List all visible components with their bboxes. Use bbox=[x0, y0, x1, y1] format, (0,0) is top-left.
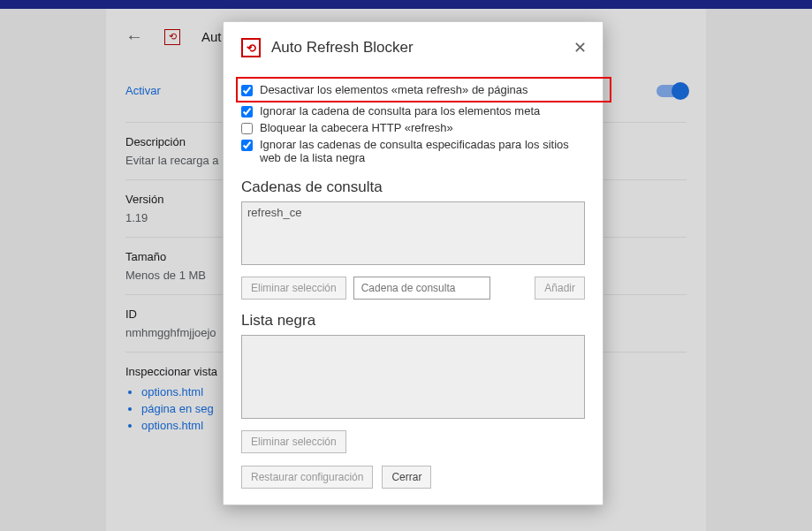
query-strings-listbox[interactable] bbox=[241, 201, 585, 265]
delete-selection-button[interactable]: Eliminar selección bbox=[241, 277, 346, 300]
checkbox-block-http-refresh[interactable] bbox=[241, 123, 253, 134]
restore-config-button[interactable]: Restaurar configuración bbox=[241, 466, 373, 489]
checkbox-disable-meta-refresh[interactable] bbox=[241, 85, 253, 96]
close-icon[interactable]: ✕ bbox=[573, 38, 587, 57]
add-button[interactable]: Añadir bbox=[535, 277, 585, 300]
option-label: Desactivar los elementos «meta refresh» … bbox=[260, 83, 528, 96]
options-modal: ⟲ Auto Refresh Blocker ✕ Desactivar los … bbox=[223, 21, 603, 505]
option-ignore-query-meta[interactable]: Ignorar la cadena de consulta para los e… bbox=[241, 102, 585, 119]
query-strings-heading: Cadenas de consulta bbox=[241, 178, 585, 196]
option-disable-meta-refresh[interactable]: Desactivar los elementos «meta refresh» … bbox=[241, 81, 606, 98]
option-label: Ignorar la cadena de consulta para los e… bbox=[260, 104, 540, 118]
modal-title: Auto Refresh Blocker bbox=[271, 39, 414, 57]
blacklist-heading: Lista negra bbox=[241, 312, 585, 330]
checkbox-ignore-blacklist-query[interactable] bbox=[241, 140, 253, 151]
query-string-input[interactable] bbox=[353, 277, 490, 300]
close-button[interactable]: Cerrar bbox=[382, 466, 431, 489]
option-label: Ignorar las cadenas de consulta especifi… bbox=[260, 138, 585, 164]
checkbox-ignore-query-meta[interactable] bbox=[241, 106, 253, 118]
option-ignore-blacklist-query[interactable]: Ignorar las cadenas de consulta especifi… bbox=[241, 136, 585, 166]
modal-extension-icon: ⟲ bbox=[241, 38, 261, 57]
browser-top-bar bbox=[0, 0, 812, 9]
blacklist-listbox[interactable] bbox=[241, 335, 585, 419]
option-block-http-refresh[interactable]: Bloquear la cabecera HTTP «refresh» bbox=[241, 119, 585, 136]
option-label: Bloquear la cabecera HTTP «refresh» bbox=[260, 121, 453, 134]
delete-selection-blacklist-button[interactable]: Eliminar selección bbox=[241, 430, 346, 453]
highlighted-option: Desactivar los elementos «meta refresh» … bbox=[236, 77, 611, 102]
